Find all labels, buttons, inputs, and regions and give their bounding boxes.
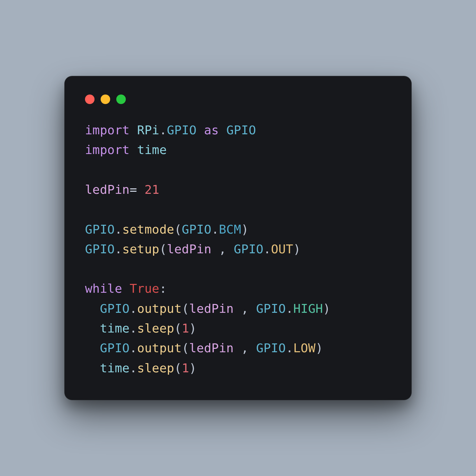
- dot: .: [115, 242, 122, 256]
- module-gpio: GPIO: [167, 123, 197, 137]
- fn-setmode: setmode: [122, 222, 174, 236]
- ref-gpio: GPIO: [256, 302, 286, 316]
- keyword-as: as: [204, 123, 219, 137]
- rparen: ): [323, 302, 330, 316]
- const-bcm: BCM: [219, 222, 241, 236]
- comma: ,: [211, 242, 234, 256]
- titlebar: [85, 95, 391, 104]
- ref-gpio: GPIO: [100, 302, 130, 316]
- num-21: 21: [144, 183, 159, 197]
- lparen: (: [174, 222, 182, 236]
- var-ledpin: ledPin: [167, 242, 211, 256]
- dot: .: [286, 341, 293, 355]
- ref-gpio: GPIO: [85, 242, 115, 256]
- fn-sleep: sleep: [137, 361, 174, 375]
- ref-gpio: GPIO: [100, 341, 130, 355]
- keyword-while: while: [85, 282, 122, 295]
- equals: =: [130, 183, 137, 197]
- code-window: import RPi.GPIO as GPIO import time ledP…: [65, 76, 411, 400]
- dot: .: [115, 222, 122, 236]
- const-out: OUT: [271, 242, 293, 256]
- fn-output: output: [137, 341, 182, 355]
- ref-gpio: GPIO: [85, 222, 115, 236]
- lparen: (: [159, 242, 167, 256]
- fn-output: output: [137, 302, 182, 316]
- dot: .: [286, 302, 293, 316]
- dot: .: [159, 123, 167, 137]
- rparen: ): [241, 222, 249, 236]
- var-ledpin: ledPin: [85, 183, 130, 197]
- bool-true: True: [130, 282, 159, 295]
- zoom-icon[interactable]: [116, 95, 126, 104]
- var-ledpin: ledPin: [189, 302, 234, 316]
- ref-gpio: GPIO: [182, 222, 211, 236]
- dot: .: [130, 361, 137, 375]
- const-low: LOW: [293, 341, 316, 355]
- module-time: time: [100, 361, 130, 375]
- lparen: (: [174, 321, 182, 335]
- minimize-icon[interactable]: [101, 95, 110, 104]
- comma: ,: [234, 341, 256, 355]
- const-high: HIGH: [293, 302, 323, 316]
- num-1: 1: [182, 361, 189, 375]
- keyword-import: import: [85, 143, 130, 157]
- rparen: ): [316, 341, 323, 355]
- ref-gpio: GPIO: [256, 341, 286, 355]
- lparen: (: [174, 361, 182, 375]
- alias-gpio: GPIO: [226, 123, 256, 137]
- module-time: time: [100, 321, 130, 335]
- fn-sleep: sleep: [137, 321, 174, 335]
- keyword-import: import: [85, 123, 130, 137]
- comma: ,: [234, 302, 256, 316]
- dot: .: [130, 321, 137, 335]
- close-icon[interactable]: [85, 95, 95, 104]
- rparen: ): [189, 361, 197, 375]
- dot: .: [264, 242, 271, 256]
- dot: .: [130, 341, 137, 355]
- rparen: ): [293, 242, 301, 256]
- dot: .: [130, 302, 137, 316]
- module-rpi: RPi: [137, 123, 159, 137]
- ref-gpio: GPIO: [234, 242, 264, 256]
- fn-setup: setup: [122, 242, 159, 256]
- num-1: 1: [182, 321, 189, 335]
- code-block: import RPi.GPIO as GPIO import time ledP…: [85, 120, 391, 378]
- rparen: ): [189, 321, 197, 335]
- lparen: (: [182, 341, 189, 355]
- dot: .: [211, 222, 219, 236]
- var-ledpin: ledPin: [189, 341, 234, 355]
- colon: :: [159, 282, 167, 295]
- lparen: (: [182, 302, 189, 316]
- module-time: time: [137, 143, 167, 157]
